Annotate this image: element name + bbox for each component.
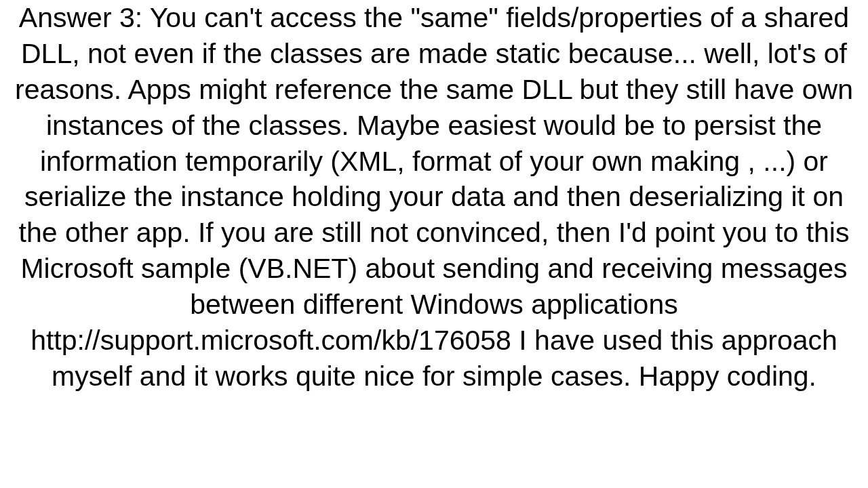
document-body: Answer 3: You can't access the "same" fi… bbox=[0, 0, 868, 488]
answer-text: Answer 3: You can't access the "same" fi… bbox=[7, 0, 861, 394]
